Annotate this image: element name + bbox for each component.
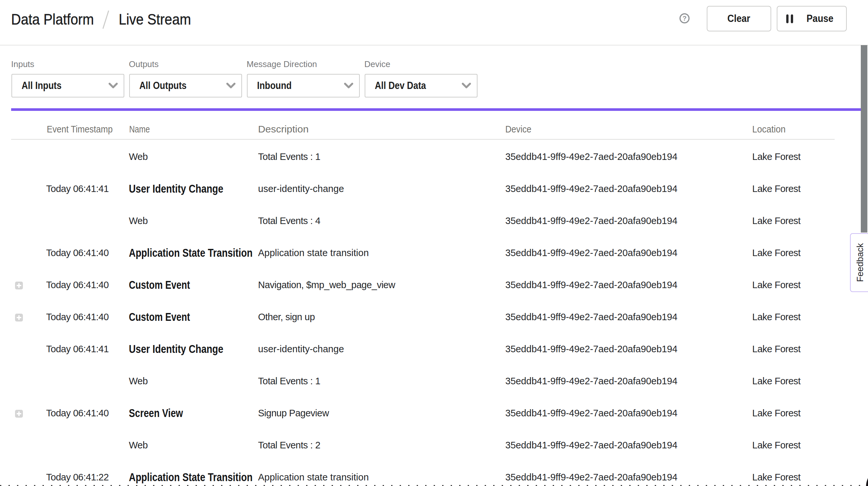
- svg-text:?: ?: [683, 15, 686, 22]
